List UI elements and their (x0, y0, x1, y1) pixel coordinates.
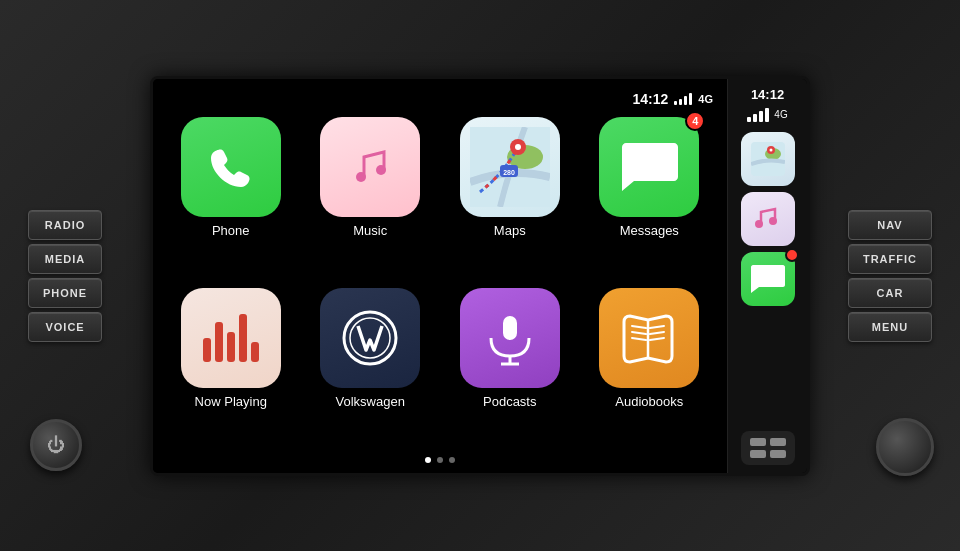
sidebar-time: 14:12 (751, 87, 784, 102)
main-screen: 14:12 4G Phone (150, 76, 810, 476)
svg-rect-15 (753, 114, 757, 122)
svg-text:280: 280 (503, 169, 515, 176)
sidebar-messages-badge (785, 248, 799, 262)
right-button-panel: NAV TRAFFIC CAR MENU (848, 210, 932, 342)
svg-rect-26 (750, 450, 766, 458)
messages-app-label: Messages (620, 223, 679, 238)
svg-rect-24 (750, 438, 766, 446)
sidebar-mini-maps[interactable] (741, 132, 795, 186)
audiobooks-app-icon (599, 288, 699, 388)
svg-point-8 (344, 312, 396, 364)
app-nowplaying[interactable]: Now Playing (167, 288, 295, 447)
page-dot-1[interactable] (425, 457, 431, 463)
podcasts-app-label: Podcasts (483, 394, 536, 409)
svg-rect-25 (770, 438, 786, 446)
sidebar-mini-music[interactable] (741, 192, 795, 246)
svg-point-21 (769, 148, 772, 151)
status-bar: 14:12 4G (163, 91, 717, 113)
signal-bar-1 (674, 101, 677, 105)
app-podcasts[interactable]: Podcasts (446, 288, 574, 447)
vw-app-icon (320, 288, 420, 388)
nowplaying-app-icon (181, 288, 281, 388)
messages-app-icon: 4 (599, 117, 699, 217)
app-messages[interactable]: 4 Messages (586, 117, 714, 276)
carplay-area: 14:12 4G Phone (153, 79, 727, 473)
signal-bar-3 (684, 96, 687, 105)
phone-button[interactable]: PHONE (28, 278, 102, 308)
phone-app-label: Phone (212, 223, 250, 238)
svg-rect-10 (503, 316, 517, 340)
signal-bars (674, 93, 692, 105)
car-frame: RADIO MEDIA PHONE VOICE 14:12 4G (0, 0, 960, 551)
svg-point-5 (515, 144, 521, 150)
signal-bar-2 (679, 99, 682, 105)
nowplaying-app-label: Now Playing (195, 394, 267, 409)
network-indicator: 4G (698, 93, 713, 105)
signal-bar-4 (689, 93, 692, 105)
status-time: 14:12 (633, 91, 669, 107)
sidebar-network: 4G (774, 109, 787, 120)
sidebar-mini-messages[interactable] (741, 252, 795, 306)
phone-app-icon (181, 117, 281, 217)
messages-badge: 4 (685, 111, 705, 131)
page-dots (163, 451, 717, 465)
now-playing-bars (203, 314, 259, 362)
music-app-label: Music (353, 223, 387, 238)
app-maps[interactable]: 280 Maps (446, 117, 574, 276)
svg-point-1 (376, 165, 386, 175)
sidebar: 14:12 4G (727, 79, 807, 473)
svg-point-9 (350, 318, 390, 358)
svg-point-23 (769, 217, 777, 225)
sidebar-signal: 4G (747, 108, 787, 122)
app-grid: Phone Music (163, 113, 717, 451)
svg-point-0 (356, 172, 366, 182)
vw-app-label: Volkswagen (336, 394, 405, 409)
volume-knob[interactable] (876, 418, 934, 476)
media-button[interactable]: MEDIA (28, 244, 102, 274)
app-phone[interactable]: Phone (167, 117, 295, 276)
left-button-panel: RADIO MEDIA PHONE VOICE (28, 210, 102, 342)
music-app-icon (320, 117, 420, 217)
audiobooks-app-label: Audiobooks (615, 394, 683, 409)
podcasts-app-icon (460, 288, 560, 388)
traffic-button[interactable]: TRAFFIC (848, 244, 932, 274)
sidebar-grid-button[interactable] (741, 431, 795, 465)
svg-point-22 (755, 220, 763, 228)
menu-button[interactable]: MENU (848, 312, 932, 342)
svg-rect-17 (765, 108, 769, 122)
page-dot-2[interactable] (437, 457, 443, 463)
app-vw[interactable]: Volkswagen (307, 288, 435, 447)
nav-button[interactable]: NAV (848, 210, 932, 240)
svg-rect-27 (770, 450, 786, 458)
radio-button[interactable]: RADIO (28, 210, 102, 240)
maps-app-icon: 280 (460, 117, 560, 217)
car-button[interactable]: CAR (848, 278, 932, 308)
maps-app-label: Maps (494, 223, 526, 238)
voice-button[interactable]: VOICE (28, 312, 102, 342)
app-music[interactable]: Music (307, 117, 435, 276)
svg-rect-14 (747, 117, 751, 122)
svg-rect-16 (759, 111, 763, 122)
power-knob[interactable] (30, 419, 82, 471)
page-dot-3[interactable] (449, 457, 455, 463)
app-audiobooks[interactable]: Audiobooks (586, 288, 714, 447)
